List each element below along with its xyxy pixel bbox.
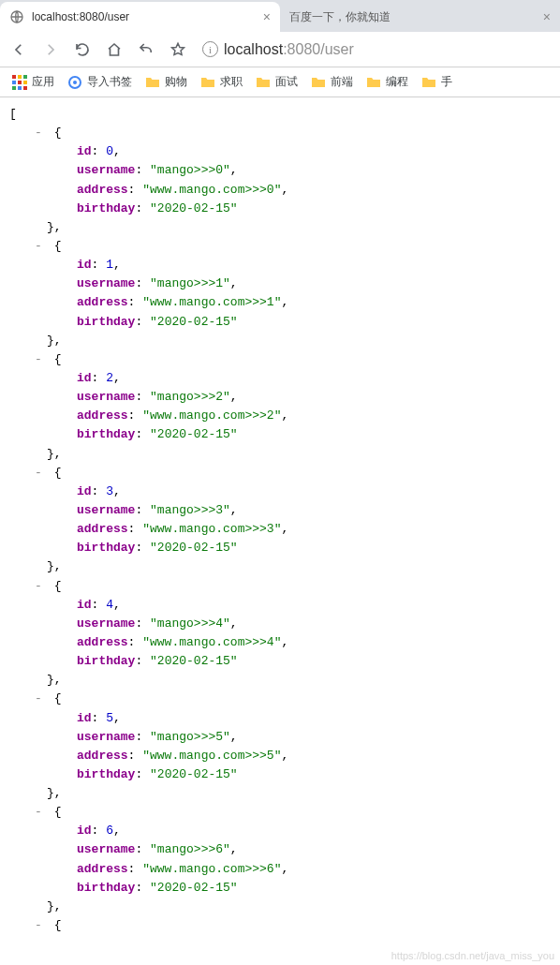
json-row[interactable]: id: 2, bbox=[9, 369, 551, 388]
toggle-icon[interactable]: - bbox=[32, 237, 45, 256]
json-row[interactable]: birthday: "2020-02-15" bbox=[9, 765, 551, 784]
json-row[interactable]: birthday: "2020-02-15" bbox=[9, 425, 551, 444]
watermark-text: https://blog.csdn.net/java_miss_you bbox=[391, 950, 554, 961]
json-row[interactable]: birthday: "2020-02-15" bbox=[9, 313, 551, 332]
json-row[interactable]: birthday: "2020-02-15" bbox=[9, 539, 551, 557]
json-row[interactable]: username: "mango>>>5", bbox=[9, 728, 551, 747]
tab-title: 百度一下，你就知道 bbox=[289, 9, 536, 25]
bookmark-folder[interactable]: 求职 bbox=[196, 74, 247, 90]
tab-localhost[interactable]: localhost:8080/user × bbox=[0, 2, 280, 32]
json-row[interactable]: }, bbox=[9, 218, 551, 237]
folder-icon bbox=[256, 75, 271, 90]
bookmark-folder[interactable]: 编程 bbox=[361, 74, 413, 90]
json-row[interactable]: username: "mango>>>0", bbox=[9, 161, 551, 180]
tab-baidu[interactable]: 百度一下，你就知道 × bbox=[280, 2, 560, 32]
json-row[interactable]: - { bbox=[9, 237, 551, 256]
bookmark-import[interactable]: 导入书签 bbox=[63, 74, 137, 90]
json-row[interactable]: }, bbox=[9, 784, 551, 803]
toggle-icon[interactable]: - bbox=[32, 916, 45, 935]
url-text: localhost:8080/user bbox=[224, 41, 354, 58]
folder-icon bbox=[311, 75, 326, 90]
json-row[interactable]: id: 6, bbox=[9, 822, 551, 840]
json-row[interactable]: address: "www.mango.com>>>1", bbox=[9, 293, 551, 312]
json-row[interactable]: - { bbox=[9, 690, 551, 708]
svg-rect-2 bbox=[18, 75, 22, 79]
forward-button[interactable] bbox=[37, 37, 64, 63]
close-icon[interactable]: × bbox=[263, 10, 271, 23]
folder-icon bbox=[200, 75, 215, 90]
svg-rect-1 bbox=[12, 75, 16, 79]
json-row[interactable]: username: "mango>>>2", bbox=[9, 388, 551, 407]
json-row[interactable]: id: 3, bbox=[9, 482, 551, 501]
json-row[interactable]: address: "www.mango.com>>>4", bbox=[9, 633, 551, 652]
bookmark-label: 求职 bbox=[220, 74, 243, 90]
json-row[interactable]: - { bbox=[9, 350, 551, 369]
toggle-icon[interactable]: - bbox=[32, 464, 45, 482]
svg-rect-7 bbox=[12, 86, 16, 90]
undo-button[interactable] bbox=[133, 37, 159, 63]
globe-icon bbox=[9, 9, 24, 24]
folder-icon bbox=[366, 75, 381, 90]
json-row[interactable]: - { bbox=[9, 916, 551, 935]
toggle-icon[interactable]: - bbox=[32, 803, 45, 822]
json-row[interactable]: username: "mango>>>6", bbox=[9, 840, 551, 859]
toggle-icon[interactable]: - bbox=[32, 124, 45, 142]
toggle-icon[interactable]: - bbox=[32, 350, 45, 369]
bookmark-label: 面试 bbox=[275, 74, 298, 90]
json-row[interactable]: birthday: "2020-02-15" bbox=[9, 652, 551, 671]
bookmark-apps[interactable]: 应用 bbox=[7, 74, 59, 90]
json-row[interactable]: - { bbox=[9, 577, 551, 596]
json-preview: [ - {id: 0,username: "mango>>>0",address… bbox=[0, 97, 560, 935]
json-row[interactable]: - { bbox=[9, 464, 551, 482]
reload-button[interactable] bbox=[69, 37, 96, 63]
json-row[interactable]: }, bbox=[9, 445, 551, 464]
browser-toolbar: i localhost:8080/user bbox=[0, 32, 560, 67]
json-row[interactable]: id: 1, bbox=[9, 256, 551, 275]
json-row[interactable]: - { bbox=[9, 803, 551, 822]
json-row[interactable]: }, bbox=[9, 898, 551, 916]
tab-title: localhost:8080/user bbox=[32, 10, 256, 23]
json-row[interactable]: }, bbox=[9, 332, 551, 350]
json-row[interactable]: - { bbox=[9, 124, 551, 142]
back-button[interactable] bbox=[6, 37, 32, 63]
home-button[interactable] bbox=[101, 37, 127, 63]
json-row[interactable]: address: "www.mango.com>>>6", bbox=[9, 860, 551, 879]
svg-rect-6 bbox=[23, 81, 27, 84]
folder-icon bbox=[145, 75, 160, 90]
bookmark-folder[interactable]: 购物 bbox=[140, 74, 192, 90]
bookmark-folder[interactable]: 前端 bbox=[306, 74, 358, 90]
bookmark-folder[interactable]: 手 bbox=[417, 74, 457, 90]
json-row[interactable]: username: "mango>>>4", bbox=[9, 615, 551, 633]
toggle-icon[interactable]: - bbox=[32, 690, 45, 708]
json-row[interactable]: id: 0, bbox=[9, 142, 551, 161]
json-row[interactable]: }, bbox=[9, 557, 551, 576]
json-row[interactable]: }, bbox=[9, 671, 551, 690]
json-row[interactable]: address: "www.mango.com>>>3", bbox=[9, 520, 551, 539]
json-row[interactable]: username: "mango>>>1", bbox=[9, 275, 551, 293]
json-row[interactable]: address: "www.mango.com>>>5", bbox=[9, 747, 551, 765]
svg-rect-4 bbox=[12, 81, 16, 84]
folder-icon bbox=[421, 75, 436, 90]
star-button[interactable] bbox=[165, 37, 191, 63]
json-row[interactable]: address: "www.mango.com>>>2", bbox=[9, 407, 551, 425]
close-icon[interactable]: × bbox=[543, 10, 551, 23]
info-icon[interactable]: i bbox=[202, 41, 218, 57]
json-row[interactable]: id: 4, bbox=[9, 596, 551, 615]
address-bar[interactable]: i localhost:8080/user bbox=[197, 41, 554, 58]
svg-rect-5 bbox=[18, 81, 22, 84]
gear-icon bbox=[67, 75, 82, 90]
bookmark-bar: 应用 导入书签 购物 求职 面试 前端 编程 手 bbox=[0, 67, 560, 97]
json-row[interactable]: address: "www.mango.com>>>0", bbox=[9, 181, 551, 200]
tab-strip: localhost:8080/user × 百度一下，你就知道 × bbox=[0, 0, 560, 32]
bookmark-label: 应用 bbox=[32, 74, 54, 90]
json-row[interactable]: id: 5, bbox=[9, 709, 551, 728]
apps-icon bbox=[12, 75, 27, 90]
json-row[interactable]: username: "mango>>>3", bbox=[9, 501, 551, 520]
bookmark-label: 手 bbox=[441, 74, 452, 90]
bookmark-label: 前端 bbox=[331, 74, 353, 90]
bookmark-label: 购物 bbox=[165, 74, 187, 90]
json-row[interactable]: birthday: "2020-02-15" bbox=[9, 879, 551, 898]
json-row[interactable]: birthday: "2020-02-15" bbox=[9, 200, 551, 218]
bookmark-folder[interactable]: 面试 bbox=[251, 74, 302, 90]
toggle-icon[interactable]: - bbox=[32, 577, 45, 596]
